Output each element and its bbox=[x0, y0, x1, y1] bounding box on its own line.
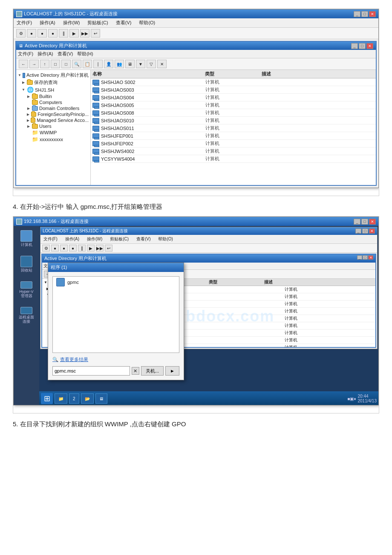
rd-min-btn[interactable]: _ bbox=[354, 219, 360, 225]
toolbar-btn-6[interactable]: ▶ bbox=[69, 29, 79, 38]
table-row[interactable]: SHSHJAOS010 计算机 bbox=[91, 117, 376, 124]
ad-tb-search[interactable]: 🔍 bbox=[72, 60, 81, 68]
toolbar-btn-5[interactable]: ‖ bbox=[59, 29, 68, 38]
tree-saved-queries[interactable]: ▶ 保存的查询 bbox=[16, 79, 90, 86]
menu-action[interactable]: 操作(A) bbox=[38, 19, 57, 26]
tree-root[interactable]: ▼ Active Directory 用户和计算机 bbox=[16, 72, 90, 79]
start-button[interactable]: ⊞ bbox=[41, 393, 53, 404]
table-row[interactable]: SHSHJWS4002 计算机 bbox=[91, 147, 376, 155]
table-row[interactable]: SHSHJAOS011 计算机 bbox=[91, 124, 376, 132]
run-machine-btn[interactable]: 关机... bbox=[141, 366, 164, 376]
ad-win-controls[interactable]: _ □ ✕ bbox=[351, 43, 373, 49]
ad-menu-help[interactable]: 帮助(H) bbox=[77, 51, 93, 57]
ad-tb-4[interactable]: □ bbox=[61, 60, 71, 68]
tree-domain[interactable]: ▼ 🌐 SHJ1.SH bbox=[16, 86, 90, 93]
outer-win-controls[interactable]: _ □ ✕ bbox=[354, 11, 376, 17]
ad-min-btn[interactable]: _ bbox=[351, 43, 358, 49]
toolbar-btn-3[interactable]: ● bbox=[37, 29, 47, 38]
iom-action[interactable]: 操作(A) bbox=[64, 236, 81, 243]
table-row[interactable]: SHSHJAOS008 计算机 bbox=[91, 109, 376, 117]
menu-view[interactable]: 查看(V) bbox=[115, 19, 133, 26]
tree-domain-controllers[interactable]: ▶ Domain Controllers bbox=[16, 105, 90, 111]
ad-menu-file[interactable]: 文件(F) bbox=[18, 51, 33, 57]
taskbar-item-2[interactable]: 2 bbox=[69, 393, 79, 404]
table-row[interactable]: SHSHJFEP001 计算机 bbox=[91, 132, 376, 140]
ad-tb-filter[interactable]: ▽ bbox=[147, 60, 156, 68]
ad-tb-3[interactable]: □ bbox=[51, 60, 60, 68]
iad-restore[interactable]: □ bbox=[363, 255, 368, 260]
taskbar-item-1[interactable]: 📁 bbox=[55, 393, 67, 404]
ad-tb-7[interactable]: 👤 bbox=[104, 60, 113, 68]
rd-close-btn[interactable]: ✕ bbox=[369, 219, 376, 225]
iot-btn7[interactable]: ▶▶ bbox=[96, 245, 104, 251]
iot-btn5[interactable]: ‖ bbox=[78, 245, 86, 251]
run-clear-btn[interactable]: ✕ bbox=[132, 367, 139, 375]
run-input-field[interactable] bbox=[52, 366, 130, 376]
tree-xxx[interactable]: 📁 xxxxxxxxxx bbox=[16, 136, 90, 143]
iad-min[interactable]: _ bbox=[357, 255, 362, 260]
ad-tb-6[interactable]: | bbox=[93, 60, 103, 68]
rd-restore-btn[interactable]: □ bbox=[361, 219, 368, 225]
restore-btn[interactable]: □ bbox=[361, 11, 368, 17]
sidebar-icon-hyperv[interactable]: Hyper-V 管理器 bbox=[18, 281, 35, 298]
ad-restore-btn[interactable]: □ bbox=[359, 43, 366, 49]
run-item-gpmc[interactable]: gpmc bbox=[53, 277, 179, 288]
iot-btn2[interactable]: ● bbox=[51, 245, 59, 251]
sidebar-icon-computer[interactable]: 计算机 bbox=[18, 230, 35, 247]
menu-file[interactable]: 文件(F) bbox=[15, 19, 33, 26]
iot-btn3[interactable]: ● bbox=[60, 245, 68, 251]
iom-operate[interactable]: 操作(W) bbox=[86, 236, 104, 243]
iom-view[interactable]: 查看(V) bbox=[135, 236, 152, 243]
run-arrow-btn[interactable]: ► bbox=[165, 366, 179, 376]
iom-clipboard[interactable]: 剪贴板(C) bbox=[109, 236, 130, 243]
tree-foreign-security[interactable]: ▶ ForeignSecurityPrincip... bbox=[16, 111, 90, 117]
menu-clipboard[interactable]: 剪贴板(C) bbox=[86, 19, 109, 26]
tree-users[interactable]: ▶ Users bbox=[16, 123, 90, 129]
table-row[interactable]: SHSHJFEP002 计算机 bbox=[91, 140, 376, 147]
rd-win-controls[interactable]: _ □ ✕ bbox=[354, 219, 376, 225]
inner-ad-controls[interactable]: _ □ ✕ bbox=[357, 255, 373, 262]
iot-btn4[interactable]: ● bbox=[69, 245, 77, 251]
iot-btn6[interactable]: ▶ bbox=[87, 245, 95, 251]
sidebar-icon-recycle[interactable]: 回收站 bbox=[18, 256, 35, 273]
ad-close-btn[interactable]: ✕ bbox=[366, 43, 373, 49]
inner-outer-controls[interactable]: _ □ ✕ bbox=[355, 228, 375, 234]
ad-menu-view[interactable]: 查看(V) bbox=[58, 51, 73, 57]
tree-computers[interactable]: Computers bbox=[16, 99, 90, 105]
ad-tb-back[interactable]: ← bbox=[19, 60, 28, 68]
tree-builtin[interactable]: ▶ Builtin bbox=[16, 93, 90, 99]
toolbar-btn-2[interactable]: ● bbox=[27, 29, 36, 38]
table-row[interactable]: SHSHJAOS004 计算机 bbox=[91, 94, 376, 101]
menu-operate[interactable]: 操作(W) bbox=[62, 19, 81, 26]
ad-tb-9[interactable]: 🖥 bbox=[125, 60, 135, 68]
toolbar-btn-4[interactable]: ● bbox=[48, 29, 58, 38]
inner-outer-close[interactable]: ✕ bbox=[369, 228, 375, 234]
sidebar-icon-remote[interactable]: 远程桌面连接 bbox=[18, 307, 35, 324]
menu-help[interactable]: 帮助(O) bbox=[138, 19, 156, 26]
minimize-btn[interactable]: _ bbox=[354, 11, 360, 17]
run-more-results-link[interactable]: 🔍 查看更多结果 bbox=[52, 356, 179, 363]
table-row[interactable]: SHSHJAO S002 计算机 bbox=[91, 78, 376, 86]
toolbar-btn-7[interactable]: ▶▶ bbox=[80, 29, 89, 38]
toolbar-btn-undo[interactable]: ↩ bbox=[91, 29, 100, 38]
close-btn[interactable]: ✕ bbox=[369, 11, 376, 17]
ad-tb-10[interactable]: ▼ bbox=[136, 60, 145, 68]
taskbar-item-4[interactable]: 🖥 bbox=[95, 393, 107, 404]
iot-btn1[interactable]: ⚙ bbox=[42, 245, 50, 251]
tree-wwimp[interactable]: 📁 WWIMP bbox=[16, 129, 90, 136]
iom-file[interactable]: 文件(F) bbox=[42, 236, 59, 243]
inner-outer-restore[interactable]: □ bbox=[362, 228, 368, 234]
table-row[interactable]: SHSHJAOS005 计算机 bbox=[91, 101, 376, 109]
table-row[interactable]: SHSHJAOS003 计算机 bbox=[91, 86, 376, 94]
toolbar-btn-1[interactable]: ⚙ bbox=[16, 29, 26, 38]
tree-managed-service[interactable]: ▶ Managed Service Acco... bbox=[16, 117, 90, 123]
table-row[interactable]: YCSYYWS4004 计算机 bbox=[91, 155, 376, 163]
iot-undo[interactable]: ↩ bbox=[105, 245, 112, 251]
iom-help[interactable]: 帮助(O) bbox=[157, 236, 174, 243]
ad-tb-5[interactable]: 📋 bbox=[83, 60, 92, 68]
ad-tb-up[interactable]: ↑ bbox=[40, 60, 49, 68]
ad-menu-action[interactable]: 操作(A) bbox=[37, 51, 53, 57]
ad-tb-del[interactable]: ✕ bbox=[157, 60, 167, 68]
inner-outer-min[interactable]: _ bbox=[355, 228, 361, 234]
ad-tb-fwd[interactable]: → bbox=[29, 60, 39, 68]
